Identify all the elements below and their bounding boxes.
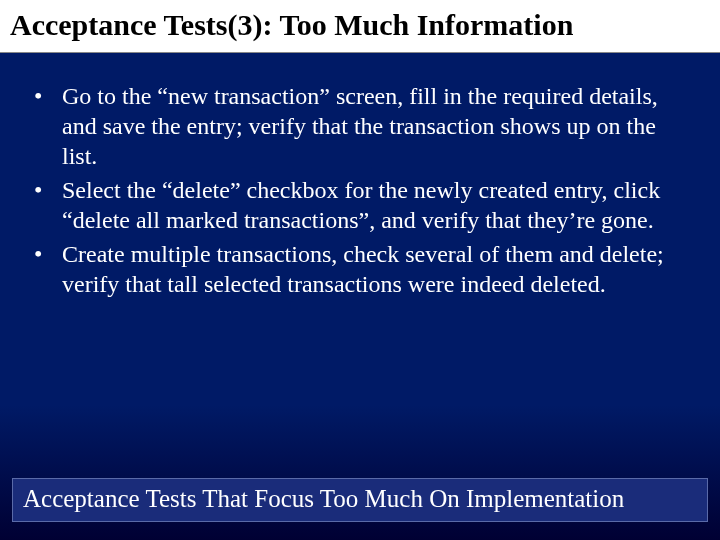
footer-caption: Acceptance Tests That Focus Too Much On … — [12, 478, 708, 522]
slide-title: Acceptance Tests(3): Too Much Informatio… — [0, 0, 720, 53]
list-item: Go to the “new transaction” screen, fill… — [28, 81, 692, 171]
list-item: Create multiple transactions, check seve… — [28, 239, 692, 299]
slide-body: Go to the “new transaction” screen, fill… — [0, 53, 720, 299]
list-item: Select the “delete” checkbox for the new… — [28, 175, 692, 235]
bullet-list: Go to the “new transaction” screen, fill… — [28, 81, 692, 299]
